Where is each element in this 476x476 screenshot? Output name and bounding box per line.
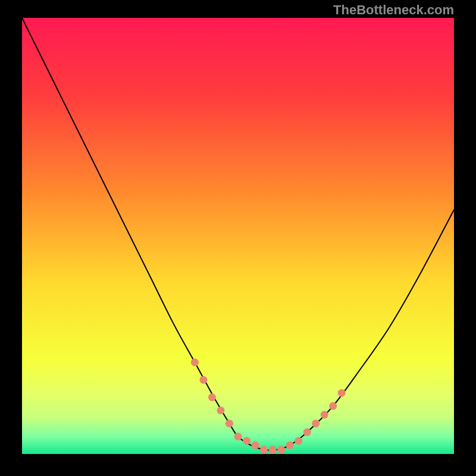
highlight-marker	[226, 419, 233, 427]
highlight-marker	[234, 433, 242, 440]
highlight-marker	[321, 411, 328, 419]
highlight-marker	[329, 402, 337, 410]
highlight-marker	[312, 419, 320, 427]
highlight-marker	[338, 389, 346, 397]
highlight-marker	[303, 428, 311, 436]
highlight-marker	[269, 446, 277, 453]
highlight-marker	[286, 441, 294, 449]
highlight-marker	[191, 359, 199, 367]
highlight-marker	[252, 441, 259, 449]
bottleneck-curve	[22, 18, 454, 450]
highlight-marker	[277, 446, 285, 453]
watermark-text: TheBottleneck.com	[333, 2, 454, 18]
plot-area	[22, 18, 454, 454]
highlight-marker	[243, 437, 250, 445]
highlight-marker	[208, 393, 216, 401]
highlight-marker	[295, 437, 302, 445]
highlight-marker	[260, 446, 268, 453]
highlight-marker	[217, 406, 224, 414]
highlight-marker	[199, 376, 207, 384]
curve-layer	[22, 18, 454, 454]
